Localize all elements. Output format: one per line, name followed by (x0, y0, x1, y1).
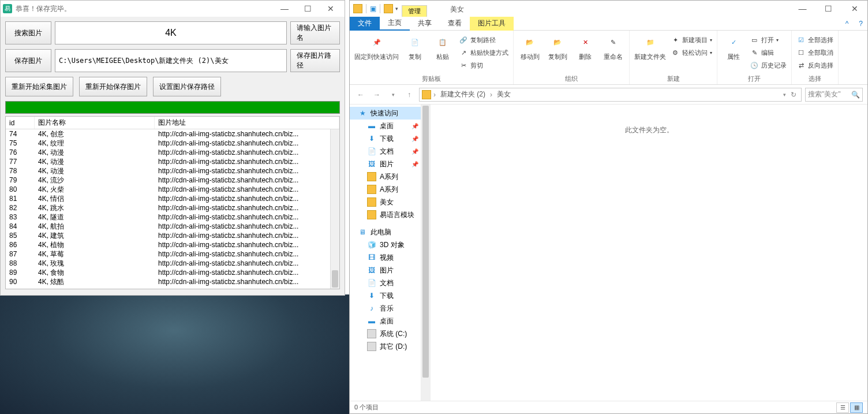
table-row[interactable]: 894K, 食物http://cdn-ali-img-staticbz.shan… (6, 268, 339, 277)
rename-button[interactable]: ✎重命名 (601, 33, 624, 61)
history-button[interactable]: 🕓历史记录 (750, 59, 787, 71)
tree-documents[interactable]: 📄文档📌 (350, 145, 430, 158)
tree-pictures[interactable]: 🖼图片📌 (350, 158, 430, 170)
tree-drive-d[interactable]: 其它 (D:) (350, 340, 430, 353)
table-row[interactable]: 744K, 创意http://cdn-ali-img-staticbz.shan… (6, 129, 339, 139)
tree-scrollbar[interactable] (421, 105, 430, 401)
table-row[interactable]: 774K, 动漫http://cdn-ali-img-staticbz.shan… (6, 157, 339, 166)
tab-view[interactable]: 查看 (440, 17, 470, 31)
tree-downloads2[interactable]: ⬇下载 (350, 289, 430, 302)
select-none-button[interactable]: ☐全部取消 (796, 47, 833, 58)
tree-drive-c[interactable]: 系统 (C:) (350, 327, 430, 340)
tree-videos[interactable]: 🎞视频 (350, 251, 430, 264)
cut-button[interactable]: ✂剪切 (459, 59, 508, 71)
close-button[interactable]: ✕ (841, 1, 867, 17)
edit-button[interactable]: ✎编辑 (750, 47, 787, 58)
properties-button[interactable]: ✓属性 (722, 33, 745, 61)
maximize-button[interactable]: ☐ (815, 1, 841, 17)
tree-3dobjects[interactable]: 🧊3D 对象 (350, 238, 430, 251)
dropdown-icon[interactable]: ▾ (783, 92, 786, 98)
table-row[interactable]: 804K, 火柴http://cdn-ali-img-staticbz.shan… (6, 185, 339, 194)
minimize-button[interactable]: — (790, 1, 815, 17)
tree-documents2[interactable]: 📄文档 (350, 277, 430, 289)
table-row[interactable]: 864K, 植物http://cdn-ali-img-staticbz.shan… (6, 240, 339, 249)
tree-aseries2[interactable]: A系列 (350, 183, 430, 196)
content-pane[interactable]: 此文件夹为空。 (431, 105, 867, 401)
table-row[interactable]: 854K, 建筑http://cdn-ali-img-staticbz.shan… (6, 231, 339, 240)
tree-pictures2[interactable]: 🖼图片 (350, 264, 430, 277)
forward-button[interactable]: → (371, 88, 383, 101)
invert-selection-button[interactable]: ⇄反向选择 (796, 59, 833, 71)
maximize-button[interactable]: ☐ (296, 1, 319, 17)
table-row[interactable]: 904K, 炫酷http://cdn-ali-img-staticbz.shan… (6, 277, 339, 286)
context-tab-manage[interactable]: 管理 (402, 5, 427, 17)
table-row[interactable]: 844K, 航拍http://cdn-ali-img-staticbz.shan… (6, 222, 339, 231)
new-folder-button[interactable]: 📁新建文件夹 (634, 33, 666, 61)
table-row[interactable]: 794K, 流沙http://cdn-ali-img-staticbz.shan… (6, 176, 339, 185)
nav-tree[interactable]: ★快速访问 ▬桌面📌 ⬇下载📌 📄文档📌 🖼图片📌 A系列 A系列 美女 易语言… (350, 105, 431, 401)
save-path-input[interactable]: C:\Users\MEIGEE\Desktop\新建文件夹 (2)\美女 (55, 49, 287, 72)
chevron-right-icon[interactable]: › (433, 91, 436, 99)
back-button[interactable]: ← (354, 88, 367, 101)
table-row[interactable]: 814K, 情侣http://cdn-ali-img-staticbz.shan… (6, 194, 339, 203)
table-row[interactable]: 754K, 纹理http://cdn-ali-img-staticbz.shan… (6, 139, 339, 148)
table-row[interactable]: 824K, 跳水http://cdn-ali-img-staticbz.shan… (6, 203, 339, 212)
table-row[interactable]: 884K, 玫瑰http://cdn-ali-img-staticbz.shan… (6, 259, 339, 268)
tab-share[interactable]: 共享 (410, 17, 440, 31)
header-id[interactable]: id (6, 117, 35, 129)
breadcrumb-box[interactable]: › 新建文件夹 (2) › 美女 ▾ ↻ (419, 88, 802, 102)
qat-dropdown-icon[interactable]: ▾ (395, 6, 398, 12)
keyword-input[interactable]: 4K (55, 21, 287, 44)
ribbon-collapse-icon[interactable]: ^ (840, 20, 855, 28)
tree-yimodule[interactable]: 易语言模块 (350, 208, 430, 221)
tab-home[interactable]: 主页 (380, 17, 410, 31)
refresh-icon[interactable]: ↻ (788, 91, 799, 99)
restart-collect-button[interactable]: 重新开始采集图片 (5, 77, 73, 96)
table-row[interactable]: 764K, 动漫http://cdn-ali-img-staticbz.shan… (6, 148, 339, 157)
minimize-button[interactable]: — (273, 1, 296, 17)
tree-desktop2[interactable]: ▬桌面 (350, 315, 430, 327)
easy-access-button[interactable]: ⚙轻松访问 ▾ (671, 47, 712, 58)
search-image-button[interactable]: 搜索图片 (5, 21, 51, 44)
breadcrumb[interactable]: 新建文件夹 (2) (438, 89, 488, 99)
tab-picture-tools[interactable]: 图片工具 (470, 17, 514, 31)
header-name[interactable]: 图片名称 (35, 117, 155, 129)
open-button[interactable]: ▭打开 ▾ (750, 34, 787, 46)
table-row[interactable]: 874K, 草莓http://cdn-ali-img-staticbz.shan… (6, 249, 339, 259)
save-image-button[interactable]: 保存图片 (5, 49, 51, 72)
tree-quickaccess[interactable]: ★快速访问 (350, 107, 430, 120)
copy-path-button[interactable]: 🔗复制路径 (459, 34, 508, 46)
tree-desktop[interactable]: ▬桌面📌 (350, 120, 430, 132)
qat-save-icon[interactable]: ▣ (370, 5, 376, 13)
search-box[interactable]: 搜索"美女"🔍 (805, 88, 863, 102)
pin-quickaccess-button[interactable]: 📌固定到快速访问 (354, 33, 399, 61)
explorer-titlebar[interactable]: ▣ ▾ 管理 美女 — ☐ ✕ (350, 1, 867, 17)
image-list[interactable]: id 图片名称 图片地址 744K, 创意http://cdn-ali-img-… (5, 116, 340, 289)
tree-music[interactable]: ♪音乐 (350, 302, 430, 315)
paste-button[interactable]: 📋粘贴 (431, 33, 454, 61)
recent-dropdown[interactable]: ▾ (387, 88, 399, 101)
list-scrollbar[interactable] (330, 129, 339, 289)
tab-file[interactable]: 文件 (350, 17, 380, 31)
tree-aseries1[interactable]: A系列 (350, 170, 430, 183)
set-save-path-button[interactable]: 设置图片保存路径 (153, 77, 221, 96)
details-view-button[interactable]: ☰ (836, 402, 849, 413)
select-all-button[interactable]: ☑全部选择 (796, 34, 833, 46)
help-icon[interactable]: ? (854, 20, 867, 28)
keyword-placeholder-button[interactable]: 请输入图片名 (290, 21, 340, 44)
chevron-right-icon[interactable]: › (490, 91, 492, 99)
icons-view-button[interactable]: ▦ (850, 402, 863, 413)
new-item-button[interactable]: ✦新建项目 ▾ (671, 34, 712, 46)
move-to-button[interactable]: 📂移动到 (518, 33, 541, 61)
paste-shortcut-button[interactable]: ↗粘贴快捷方式 (459, 47, 508, 58)
copy-to-button[interactable]: 📂复制到 (546, 33, 569, 61)
table-row[interactable]: 784K, 动漫http://cdn-ali-img-staticbz.shan… (6, 166, 339, 176)
restart-save-button[interactable]: 重新开始保存图片 (79, 77, 147, 96)
copy-button[interactable]: 📄复制 (403, 33, 426, 61)
save-path-button[interactable]: 保存图片路径 (290, 49, 340, 72)
tree-meinv[interactable]: 美女 (350, 196, 430, 208)
table-row[interactable]: 834K, 隧道http://cdn-ali-img-staticbz.shan… (6, 212, 339, 222)
header-url[interactable]: 图片地址 (155, 117, 339, 129)
up-button[interactable]: ↑ (403, 88, 416, 101)
close-button[interactable]: ✕ (319, 1, 342, 17)
